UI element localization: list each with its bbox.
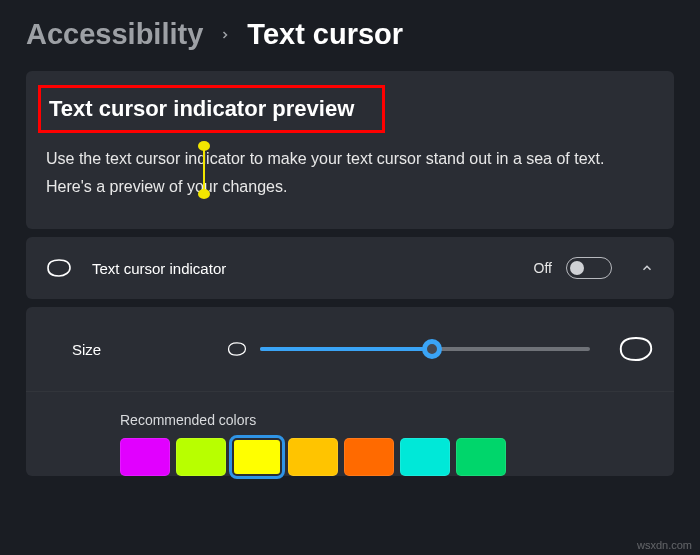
- toggle-knob: [570, 261, 584, 275]
- color-swatch-lime[interactable]: [176, 438, 226, 476]
- color-swatch-green[interactable]: [456, 438, 506, 476]
- preview-body-span: Use the text cursor indicator to make yo…: [46, 150, 604, 195]
- chevron-right-icon: [219, 23, 231, 46]
- color-swatch-magenta[interactable]: [120, 438, 170, 476]
- color-swatch-yellow[interactable]: [232, 438, 282, 476]
- colors-row: Recommended colors: [26, 392, 674, 476]
- preview-card: Text cursor indicator preview Use the te…: [26, 71, 674, 229]
- color-swatches: [120, 438, 654, 476]
- slider-thumb[interactable]: [422, 339, 442, 359]
- color-swatch-orange[interactable]: [344, 438, 394, 476]
- breadcrumb-parent[interactable]: Accessibility: [26, 18, 203, 51]
- cursor-outline-icon: [46, 257, 72, 279]
- size-min-icon: [226, 341, 248, 357]
- chevron-up-icon[interactable]: [640, 261, 654, 275]
- colors-label: Recommended colors: [120, 412, 654, 428]
- preview-body-text: Use the text cursor indicator to make yo…: [46, 145, 654, 201]
- size-slider[interactable]: [260, 337, 590, 361]
- preview-title: Text cursor indicator preview: [38, 85, 385, 133]
- breadcrumb: Accessibility Text cursor: [0, 8, 700, 71]
- watermark: wsxdn.com: [637, 539, 692, 551]
- color-swatch-gold[interactable]: [288, 438, 338, 476]
- size-label: Size: [72, 341, 226, 358]
- size-max-icon: [618, 335, 654, 363]
- size-row: Size: [26, 311, 674, 392]
- indicator-toggle-row[interactable]: Text cursor indicator Off: [26, 237, 674, 299]
- color-swatch-aqua[interactable]: [400, 438, 450, 476]
- size-colors-card: Size Recommended colors: [26, 307, 674, 476]
- indicator-state-label: Off: [534, 260, 552, 276]
- slider-fill: [260, 347, 432, 351]
- indicator-label: Text cursor indicator: [92, 260, 534, 277]
- indicator-toggle[interactable]: [566, 257, 612, 279]
- breadcrumb-current: Text cursor: [247, 18, 403, 51]
